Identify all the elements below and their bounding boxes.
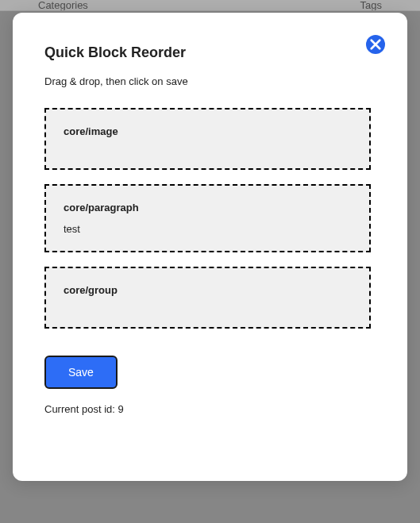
block-list[interactable]: core/image core/paragraph test core/grou… <box>44 108 376 338</box>
save-button[interactable]: Save <box>44 356 118 389</box>
block-type-label: core/paragraph <box>64 202 352 213</box>
post-id-label: Current post id: 9 <box>44 403 376 415</box>
block-type-label: core/image <box>64 125 352 137</box>
close-button[interactable] <box>366 35 385 54</box>
block-item[interactable]: core/image <box>44 108 371 170</box>
block-type-label: core/group <box>64 284 352 296</box>
block-item[interactable]: core/paragraph test <box>44 184 371 252</box>
modal-header: Quick Block Reorder <box>44 44 376 61</box>
reorder-modal: Quick Block Reorder Drag & drop, then cl… <box>13 13 407 481</box>
modal-title: Quick Block Reorder <box>44 44 186 61</box>
block-content: test <box>64 223 352 235</box>
close-icon <box>370 39 381 50</box>
block-item[interactable]: core/group <box>44 267 371 329</box>
modal-subtitle: Drag & drop, then click on save <box>44 75 376 87</box>
